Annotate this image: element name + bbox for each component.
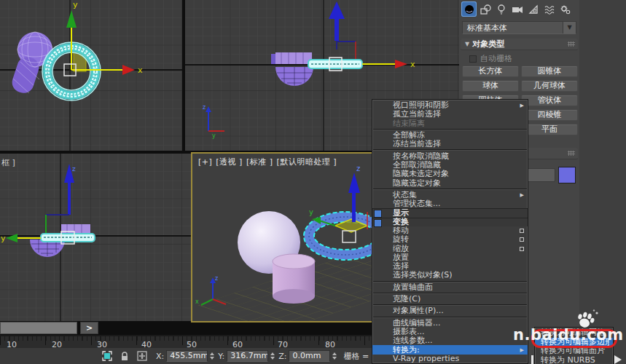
context-menu-item[interactable]: 克隆(C) ▶ xyxy=(372,295,528,304)
context-menu-item[interactable]: ▶ xyxy=(373,304,527,306)
primitive-button[interactable]: 平面 xyxy=(521,124,578,135)
viewport-top-canvas: y x xyxy=(0,0,182,151)
object-color-swatch[interactable] xyxy=(558,167,576,183)
context-menu-item[interactable]: 显示 ▶ xyxy=(372,208,528,217)
z-coordinate-label: Z: xyxy=(278,352,286,361)
svg-text:z: z xyxy=(203,104,206,111)
mini-listener-expand-button[interactable]: > xyxy=(80,322,98,334)
rollout-title: 对象类型 xyxy=(472,39,504,50)
context-menu-item[interactable]: 放置轴曲面 ▶ xyxy=(372,283,528,292)
3dsmax-window: y x xyxy=(0,0,626,364)
context-menu-item[interactable]: 变换 ▶ xyxy=(372,218,528,226)
z-coordinate-field[interactable]: 0.0mm xyxy=(289,350,330,362)
viewport-label-segment[interactable]: [默认明暗处理 ] xyxy=(277,157,337,167)
menu-item-label: 全部解冻 xyxy=(393,131,524,140)
context-menu-item[interactable]: 放置 ▶ xyxy=(372,253,528,262)
context-menu-item[interactable]: 对象属性(P)... ▶ xyxy=(372,306,528,315)
space-warps-icon[interactable] xyxy=(541,1,557,17)
context-menu-item[interactable]: ▶ xyxy=(373,129,527,130)
selection-brackets-icon[interactable] xyxy=(101,350,114,362)
context-menu-item[interactable]: 选择类似对象(S) ▶ xyxy=(372,271,528,280)
context-menu-item[interactable]: ▶ xyxy=(373,189,527,190)
context-menu-item[interactable]: 视口照明和阴影 ▶ xyxy=(372,101,528,110)
primitive-button[interactable]: 长方体 xyxy=(462,66,519,77)
chevron-down-icon[interactable]: ▼ xyxy=(563,22,576,33)
y-coordinate-field[interactable]: 316.7mm xyxy=(227,350,268,362)
x-coordinate-field[interactable]: 455.5mm xyxy=(166,350,208,362)
context-menu-item[interactable]: 选择 ▶ xyxy=(372,262,528,271)
viewport-label-segment[interactable]: [标准 ] xyxy=(246,157,273,167)
cylinder-object[interactable] xyxy=(273,254,315,304)
viewport-perspective-canvas: y z z x xyxy=(192,154,373,321)
primitive-button[interactable]: 四棱锥 xyxy=(521,109,578,121)
rollout-grip-icon xyxy=(568,151,575,156)
context-menu-item[interactable]: 全部取消隐藏 ▶ xyxy=(372,161,528,170)
systems-icon[interactable] xyxy=(557,1,573,17)
context-menu-item[interactable]: 按名称取消隐藏 ▶ xyxy=(372,151,528,160)
context-menu-item[interactable]: 旋转 ▶ xyxy=(372,235,528,244)
viewport-top[interactable]: y x xyxy=(0,0,182,151)
watermark-text: n.baidu.com xyxy=(513,326,624,344)
context-menu-item[interactable]: ▶ xyxy=(373,317,527,318)
context-menu-item[interactable]: 转换为: ▶ xyxy=(372,345,528,354)
context-menu-item[interactable]: 孤立当前选择 ▶ xyxy=(372,110,528,119)
context-menu-item[interactable]: 结束隔离 ▶ xyxy=(372,119,528,128)
context-menu-item[interactable]: 隐藏选定对象 ▶ xyxy=(372,178,528,187)
menu-item-label: 转换为可编辑面片 xyxy=(541,347,609,355)
autogrid-checkbox[interactable] xyxy=(469,55,477,63)
selected-torus-front[interactable] xyxy=(308,60,362,68)
context-menu-item[interactable]: 缩放 ▶ xyxy=(372,244,528,253)
menu-item-label: V-Ray properties xyxy=(393,355,524,363)
object-type-rollout-header[interactable]: ▼ 对象类型 xyxy=(461,39,578,50)
transform-gizmo-icon[interactable] xyxy=(136,350,149,362)
submenu-item[interactable]: 转换为 NURBS xyxy=(535,356,613,364)
context-menu-item[interactable]: 隐藏未选定对象 ▶ xyxy=(372,170,528,178)
context-menu-item[interactable]: 移动 ▶ xyxy=(372,226,528,235)
primitive-category-dropdown[interactable]: 标准基本体 ▼ xyxy=(462,21,576,34)
context-menu-item[interactable]: 曲线编辑器... ▶ xyxy=(372,319,528,328)
y-spinner[interactable] xyxy=(269,350,275,362)
quad-context-menu: 视口照明和阴影 ▶ 孤立当前选择 ▶ 结束隔离 ▶ ▶ xyxy=(372,99,528,364)
viewport-left-label[interactable]: 框 ] xyxy=(1,157,15,168)
viewport-label[interactable]: [+][透视 ][标准 ][默认明暗处理 ] xyxy=(198,157,340,167)
viewport-perspective-active[interactable]: [+][透视 ][标准 ][默认明暗处理 ] xyxy=(191,152,375,323)
selected-torus-left[interactable] xyxy=(41,234,95,242)
menu-item-label: 按名称取消隐藏 xyxy=(393,152,524,161)
geometry-icon[interactable] xyxy=(461,1,477,17)
menu-item-label: 曲线编辑器... xyxy=(393,319,524,328)
rollout-collapse-icon: ▼ xyxy=(465,41,469,47)
autogrid-row: 自动栅格 xyxy=(469,53,512,64)
primitive-button[interactable]: 几何球体 xyxy=(521,80,578,92)
x-spinner[interactable] xyxy=(208,350,215,362)
helpers-icon[interactable] xyxy=(525,1,541,17)
menu-item-label: 隐藏未选定对象 xyxy=(393,170,524,178)
submenu-arrow-icon: ▶ xyxy=(520,101,524,110)
menu-item-label: 冻结当前选择 xyxy=(393,140,524,149)
context-menu-item[interactable]: ▶ xyxy=(373,149,527,151)
primitive-button[interactable]: 球体 xyxy=(462,80,519,92)
y-axis-label: y xyxy=(73,0,78,9)
viewport-label-segment[interactable]: [+] xyxy=(198,157,212,167)
context-menu-item[interactable]: 连线参数... ▶ xyxy=(372,336,528,345)
context-menu-item[interactable]: 状态集 ▶ xyxy=(372,191,528,199)
primitive-category-value: 标准基本体 xyxy=(463,23,563,33)
viewport-left[interactable]: 框 ] z xyxy=(0,154,191,321)
context-menu-item[interactable]: 管理状态集... ▶ xyxy=(372,199,528,208)
context-menu-item[interactable]: 摄影表... ▶ xyxy=(372,328,528,336)
primitive-button[interactable]: 管状体 xyxy=(521,95,578,106)
baidu-paw-icon xyxy=(576,309,600,336)
mini-listener-field[interactable] xyxy=(0,322,77,334)
context-menu-item[interactable]: V-Ray properties ▶ xyxy=(372,355,528,363)
context-menu-item[interactable]: 全部解冻 ▶ xyxy=(372,131,528,140)
primitive-button[interactable]: 圆锥体 xyxy=(521,66,578,77)
context-menu-item[interactable]: 冻结当前选择 ▶ xyxy=(372,140,528,149)
lock-icon[interactable] xyxy=(118,350,131,362)
viewport-label-segment[interactable]: [透视 ] xyxy=(216,157,243,167)
shapes-icon[interactable] xyxy=(477,1,493,17)
context-menu-item[interactable]: ▶ xyxy=(373,281,527,282)
checkbox-indicator xyxy=(520,247,524,251)
context-menu-item[interactable]: ▶ xyxy=(373,293,527,294)
cameras-icon[interactable] xyxy=(509,1,525,17)
z-spinner[interactable] xyxy=(331,350,337,362)
lights-icon[interactable] xyxy=(493,1,509,17)
